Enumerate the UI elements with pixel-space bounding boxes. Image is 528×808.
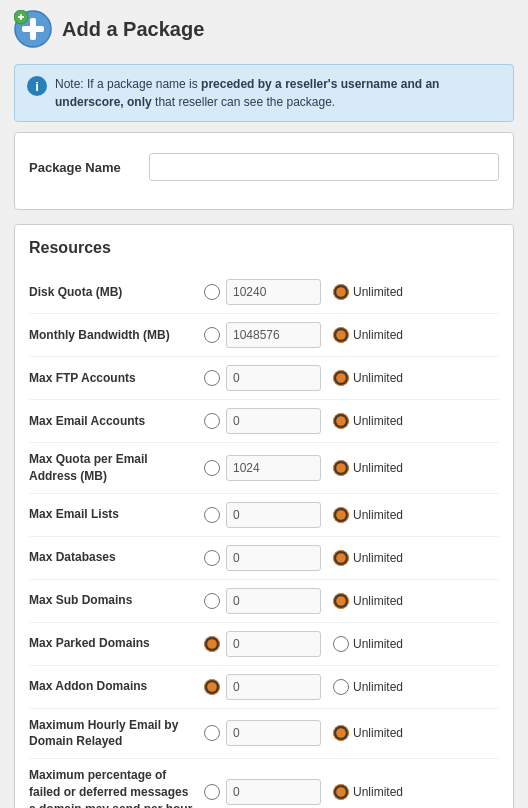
max-failed-email-label: Maximum percentage of failed or deferred…: [29, 767, 204, 808]
max-ftp-unlimited-label: Unlimited: [353, 371, 403, 385]
max-hourly-email-unlimited-label: Unlimited: [353, 726, 403, 740]
resource-row-monthly-bandwidth: Monthly Bandwidth (MB) Unlimited: [29, 314, 499, 357]
max-parked-unlimited-group: Unlimited: [333, 636, 403, 652]
max-email-lists-label: Max Email Lists: [29, 506, 204, 523]
max-parked-specific-radio[interactable]: [204, 636, 220, 652]
max-failed-email-controls: Unlimited: [204, 779, 499, 805]
info-banner: i Note: If a package name is preceded by…: [14, 64, 514, 122]
max-quota-email-unlimited-group: Unlimited: [333, 460, 403, 476]
monthly-bandwidth-controls: Unlimited: [204, 322, 499, 348]
max-hourly-email-specific-radio[interactable]: [204, 725, 220, 741]
disk-quota-controls: Unlimited: [204, 279, 499, 305]
max-addon-unlimited-group: Unlimited: [333, 679, 403, 695]
resource-row-max-hourly-email: Maximum Hourly Email by Domain Relayed U…: [29, 709, 499, 760]
max-hourly-email-input[interactable]: [226, 720, 321, 746]
resource-row-max-email: Max Email Accounts Unlimited: [29, 400, 499, 443]
resource-row-max-failed-email: Maximum percentage of failed or deferred…: [29, 759, 499, 808]
monthly-bandwidth-input[interactable]: [226, 322, 321, 348]
max-email-lists-controls: Unlimited: [204, 502, 499, 528]
max-hourly-email-unlimited-radio[interactable]: [333, 725, 349, 741]
max-failed-email-unlimited-label: Unlimited: [353, 785, 403, 799]
max-databases-controls: Unlimited: [204, 545, 499, 571]
max-databases-unlimited-label: Unlimited: [353, 551, 403, 565]
resource-row-max-sub-domains: Max Sub Domains Unlimited: [29, 580, 499, 623]
max-quota-email-specific-radio[interactable]: [204, 460, 220, 476]
disk-quota-specific-radio[interactable]: [204, 284, 220, 300]
info-text: Note: If a package name is preceded by a…: [55, 75, 501, 111]
disk-quota-label: Disk Quota (MB): [29, 284, 204, 301]
max-email-specific-radio[interactable]: [204, 413, 220, 429]
max-email-lists-specific-radio[interactable]: [204, 507, 220, 523]
resources-title: Resources: [29, 239, 499, 257]
max-quota-email-controls: Unlimited: [204, 455, 499, 481]
add-package-icon: [14, 10, 52, 48]
max-email-lists-unlimited-group: Unlimited: [333, 507, 403, 523]
max-addon-label: Max Addon Domains: [29, 678, 204, 695]
resource-row-max-email-lists: Max Email Lists Unlimited: [29, 494, 499, 537]
max-hourly-email-controls: Unlimited: [204, 720, 499, 746]
page-header: Add a Package: [0, 0, 528, 58]
monthly-bandwidth-specific-radio[interactable]: [204, 327, 220, 343]
package-name-row: Package Name: [29, 147, 499, 195]
max-quota-email-label: Max Quota per Email Address (MB): [29, 451, 204, 485]
max-email-lists-input[interactable]: [226, 502, 321, 528]
max-parked-input[interactable]: [226, 631, 321, 657]
monthly-bandwidth-unlimited-group: Unlimited: [333, 327, 403, 343]
max-sub-domains-unlimited-radio[interactable]: [333, 593, 349, 609]
max-databases-specific-radio[interactable]: [204, 550, 220, 566]
max-databases-unlimited-group: Unlimited: [333, 550, 403, 566]
max-sub-domains-specific-radio[interactable]: [204, 593, 220, 609]
resource-row-max-databases: Max Databases Unlimited: [29, 537, 499, 580]
max-hourly-email-unlimited-group: Unlimited: [333, 725, 403, 741]
max-sub-domains-input[interactable]: [226, 588, 321, 614]
package-name-label: Package Name: [29, 160, 149, 175]
max-email-input[interactable]: [226, 408, 321, 434]
max-addon-unlimited-radio[interactable]: [333, 679, 349, 695]
page-title: Add a Package: [62, 18, 204, 41]
package-name-card: Package Name: [14, 132, 514, 210]
max-addon-input[interactable]: [226, 674, 321, 700]
max-databases-label: Max Databases: [29, 549, 204, 566]
info-icon: i: [27, 76, 47, 96]
resource-row-max-ftp: Max FTP Accounts Unlimited: [29, 357, 499, 400]
max-parked-unlimited-label: Unlimited: [353, 637, 403, 651]
max-addon-unlimited-label: Unlimited: [353, 680, 403, 694]
max-sub-domains-unlimited-group: Unlimited: [333, 593, 403, 609]
max-email-unlimited-label: Unlimited: [353, 414, 403, 428]
max-addon-specific-radio[interactable]: [204, 679, 220, 695]
max-ftp-controls: Unlimited: [204, 365, 499, 391]
max-quota-email-unlimited-radio[interactable]: [333, 460, 349, 476]
max-ftp-specific-radio[interactable]: [204, 370, 220, 386]
resources-card: Resources Disk Quota (MB) Unlimited Mont…: [14, 224, 514, 808]
max-addon-controls: Unlimited: [204, 674, 499, 700]
disk-quota-unlimited-group: Unlimited: [333, 284, 403, 300]
max-ftp-unlimited-radio[interactable]: [333, 370, 349, 386]
max-failed-email-specific-radio[interactable]: [204, 784, 220, 800]
max-databases-unlimited-radio[interactable]: [333, 550, 349, 566]
monthly-bandwidth-unlimited-radio[interactable]: [333, 327, 349, 343]
svg-rect-2: [22, 26, 44, 32]
max-parked-unlimited-radio[interactable]: [333, 636, 349, 652]
max-sub-domains-unlimited-label: Unlimited: [353, 594, 403, 608]
max-databases-input[interactable]: [226, 545, 321, 571]
max-email-unlimited-radio[interactable]: [333, 413, 349, 429]
max-failed-email-unlimited-radio[interactable]: [333, 784, 349, 800]
max-sub-domains-controls: Unlimited: [204, 588, 499, 614]
max-email-label: Max Email Accounts: [29, 413, 204, 430]
max-failed-email-input[interactable]: [226, 779, 321, 805]
max-quota-email-unlimited-label: Unlimited: [353, 461, 403, 475]
resource-row-max-quota-email: Max Quota per Email Address (MB) Unlimit…: [29, 443, 499, 494]
max-ftp-label: Max FTP Accounts: [29, 370, 204, 387]
max-sub-domains-label: Max Sub Domains: [29, 592, 204, 609]
max-ftp-unlimited-group: Unlimited: [333, 370, 403, 386]
max-hourly-email-label: Maximum Hourly Email by Domain Relayed: [29, 717, 204, 751]
disk-quota-unlimited-label: Unlimited: [353, 285, 403, 299]
max-email-lists-unlimited-radio[interactable]: [333, 507, 349, 523]
package-name-input[interactable]: [149, 153, 499, 181]
max-parked-label: Max Parked Domains: [29, 635, 204, 652]
max-ftp-input[interactable]: [226, 365, 321, 391]
disk-quota-unlimited-radio[interactable]: [333, 284, 349, 300]
max-quota-email-input[interactable]: [226, 455, 321, 481]
max-parked-controls: Unlimited: [204, 631, 499, 657]
disk-quota-input[interactable]: [226, 279, 321, 305]
